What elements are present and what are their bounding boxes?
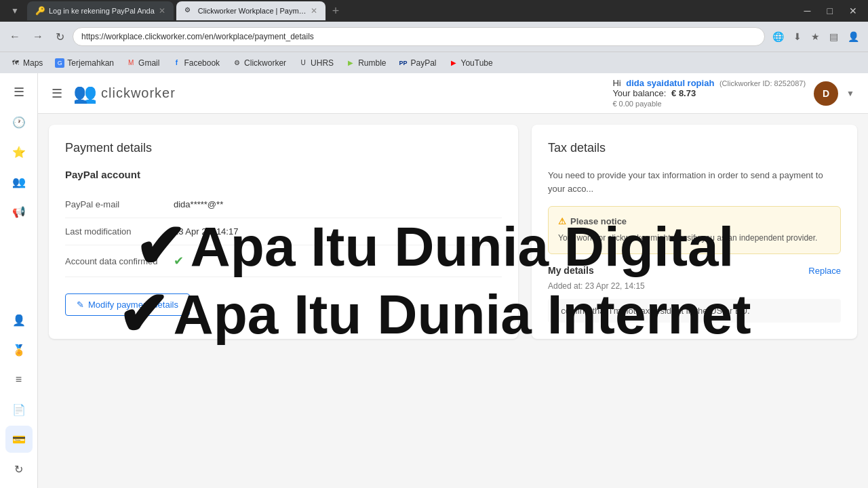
my-details-label: My details [548,265,594,276]
modify-btn-icon: ✎ [77,300,84,310]
browser-chrome: ▼ 🔑 Log in ke rekening PayPal Anda ✕ ⚙ C… [0,0,868,73]
notice-title-text: Please notice [570,216,627,226]
minimize-button[interactable]: ─ [799,4,816,18]
last-modification-row: Last modification 23 Apr 22, 14:17 [65,218,502,245]
bookmark-rumble[interactable]: ▶ Rumble [340,56,391,70]
payable-text: € 0.00 payable [612,100,661,108]
close-button[interactable]: ✕ [844,4,863,18]
logo-text: clickworker [101,85,176,101]
sidebar-icon-payment[interactable]: 💳 [5,426,33,453]
account-confirmed-row: Account data confirmed ✔ [65,245,502,277]
bookmark-uhrs[interactable]: U UHRS [293,56,339,70]
tab-clickworker-title: Clickworker Workplace | Payment [198,7,307,15]
bookmark-paypal[interactable]: PP PayPal [393,56,441,70]
bookmark-terjemahkan[interactable]: G Terjemahkan [50,56,119,70]
terjemahkan-favicon: G [55,58,64,68]
bookmark-facebook[interactable]: f Facebook [166,56,225,70]
bookmark-gmail[interactable]: M Gmail [121,56,165,70]
tab-dropdown-btn[interactable]: ▼ [5,5,24,17]
balance-label: Your balance: [612,88,666,98]
notice-text: Your work for clickworker might classify… [558,232,831,244]
maximize-button[interactable]: □ [822,4,838,18]
tab-paypal[interactable]: 🔑 Log in ke rekening PayPal Anda ✕ [27,1,174,20]
new-tab-button[interactable]: + [328,3,344,20]
translate-icon[interactable]: 🌐 [769,29,787,44]
sidebar-icon-users[interactable]: 👥 [5,168,33,195]
payment-details-card: Payment details PayPal account PayPal e-… [49,125,518,339]
greeting-text: Hi [612,78,620,88]
gmail-favicon: M [126,58,136,68]
profile-header-icon[interactable]: 👤 [844,29,863,44]
sidebar-icon-badge[interactable]: 🏅 [5,336,33,363]
star-icon[interactable]: ★ [808,29,823,44]
header-right: Hi dida syaidatul ropiah (Clickworker ID… [612,78,854,108]
tax-details-card: Tax details You need to provide your tax… [532,125,857,339]
paypal-email-label: PayPal e-mail [65,199,174,209]
bookmark-maps[interactable]: 🗺 Maps [5,56,48,70]
bookmarks-bar: 🗺 Maps G Terjemahkan M Gmail f Facebook … [0,52,868,73]
avatar-initials: D [823,88,829,99]
paypal-favicon: PP [398,58,408,68]
payment-card-title: Payment details [65,141,502,155]
cards-area: Payment details PayPal account PayPal e-… [49,125,857,339]
bookmark-rumble-label: Rumble [358,58,386,68]
user-name: dida syaidatul ropiah [626,78,714,88]
address-icons: 🌐 ⬇ ★ ▤ 👤 [769,29,863,44]
page-header: ☰ 👥 clickworker Hi dida syaidatul ropiah… [38,73,868,114]
address-input[interactable]: https://workplace.clickworker.com/en/wor… [73,27,765,46]
sidebar-icon-home[interactable]: ☰ [5,79,33,106]
title-bar: ▼ 🔑 Log in ke rekening PayPal Anda ✕ ⚙ C… [0,0,868,22]
hamburger-icon[interactable]: ☰ [52,86,62,101]
tax-description: You need to provide your tax information… [548,169,841,195]
paypal-section-title: PayPal account [65,169,502,180]
forward-button[interactable]: → [28,28,47,45]
balance-amount: € 8.73 [671,88,696,98]
rumble-favicon: ▶ [346,58,355,68]
sidebar-icon-tasks[interactable]: ⭐ [5,138,33,165]
notice-title: ⚠ Please notice [558,216,831,226]
tab-clickworker[interactable]: ⚙ Clickworker Workplace | Payment ✕ [176,1,326,20]
title-bar-left: ▼ 🔑 Log in ke rekening PayPal Anda ✕ ⚙ C… [5,1,343,20]
sidebar-icon-refresh[interactable]: ↻ [5,455,33,483]
header-left: ☰ 👥 clickworker [52,82,176,104]
uhrs-favicon: U [298,58,308,68]
bookmark-youtube[interactable]: ▶ YouTube [443,56,498,70]
sidebar-icon-history[interactable]: 🕐 [5,108,33,136]
download-icon[interactable]: ⬇ [790,29,805,44]
refresh-button[interactable]: ↻ [52,28,68,46]
bookmark-terjemahkan-label: Terjemahkan [67,58,114,68]
sidebar-icon-profile[interactable]: 👤 [5,306,33,333]
tab-paypal-close[interactable]: ✕ [159,6,165,16]
bookmark-youtube-label: YouTube [461,58,493,68]
user-avatar[interactable]: D [814,81,838,106]
sidebar-icon-notifications[interactable]: 📢 [5,198,33,225]
tab-clickworker-close[interactable]: ✕ [311,6,317,16]
maps-favicon: 🗺 [11,58,20,68]
facebook-favicon: f [172,58,181,68]
sidebar-icon-list[interactable]: ≡ [5,366,33,393]
sidebar-icon-info[interactable]: 📄 [5,396,33,423]
tax-confirm-text: I confirm that I'm not tax resident in t… [548,299,841,323]
account-confirmed-label: Account data confirmed [65,256,174,266]
back-button[interactable]: ← [5,28,24,45]
avatar-dropdown-btn[interactable]: ▼ [846,89,854,98]
clickworker-favicon: ⚙ [232,58,241,68]
paypal-email-row: PayPal e-mail dida*****@** [65,191,502,218]
tab-clickworker-favicon: ⚙ [184,6,194,16]
last-modification-label: Last modification [65,226,174,237]
address-bar: ← → ↻ https://workplace.clickworker.com/… [0,22,868,52]
left-sidebar: ☰ 🕐 ⭐ 👥 📢 👤 🏅 ≡ 📄 💳 ↻ [0,73,38,488]
paypal-email-value: dida*****@** [174,199,502,209]
address-text: https://workplace.clickworker.com/en/wor… [81,32,314,41]
logo-people-icon: 👥 [73,82,97,104]
modify-payment-button[interactable]: ✎ Modify payment details [65,293,190,316]
modify-btn-label: Modify payment details [88,300,178,310]
sidebar-toggle-icon[interactable]: ▤ [826,29,842,44]
bookmark-clickworker[interactable]: ⚙ Clickworker [226,56,292,70]
bookmark-clickworker-label: Clickworker [244,58,286,68]
logo: 👥 clickworker [73,82,176,104]
my-details-row: My details Replace [548,265,841,276]
replace-link[interactable]: Replace [808,266,841,276]
bookmark-gmail-label: Gmail [138,58,159,68]
youtube-favicon: ▶ [449,58,458,68]
